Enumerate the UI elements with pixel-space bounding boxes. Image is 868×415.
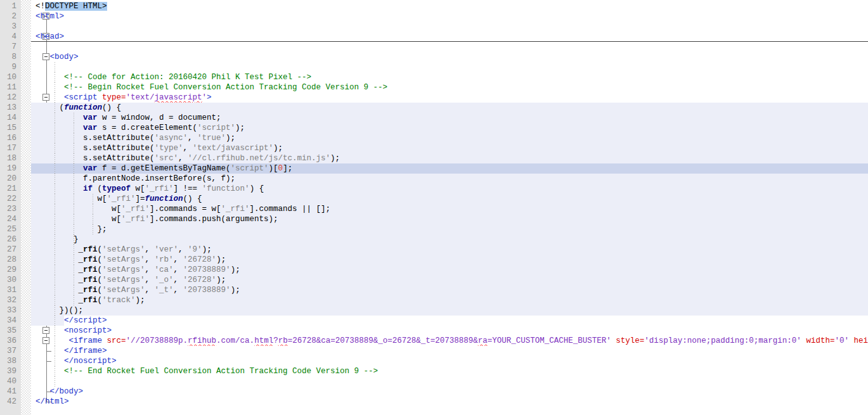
code-line-35[interactable]: 35 <noscript> (0, 326, 868, 336)
code-line-text[interactable]: s.setAttribute('type', 'text/javascript'… (31, 143, 868, 153)
code-line-23[interactable]: 23 w['_rfi'].commands = w['_rfi'].comman… (0, 204, 868, 214)
code-line-17[interactable]: 17 s.setAttribute('type', 'text/javascri… (0, 143, 868, 153)
token: height= (853, 336, 868, 345)
line-number: 37 (0, 346, 21, 356)
code-line-2[interactable]: 2<html> (0, 11, 868, 22)
code-line-31[interactable]: 31 _rfi('setArgs', '_t', '20738889'); (0, 285, 868, 295)
code-line-text[interactable]: <script type='text/javascript'> (31, 93, 868, 103)
code-line-text[interactable]: s.setAttribute('src', '//cl.rfihub.net/j… (31, 153, 868, 163)
code-line-32[interactable]: 32 _rfi('track'); (0, 295, 868, 305)
code-line-12[interactable]: 12 <script type='text/javascript'> (0, 93, 868, 103)
code-line-text[interactable]: <body> (31, 52, 868, 62)
code-line-15[interactable]: 15 var s = d.createElement('script'); (0, 123, 868, 133)
code-line-33[interactable]: 33 })(); (0, 305, 868, 316)
code-line-3[interactable]: 3 (0, 22, 868, 32)
code-line-39[interactable]: 39 <!-- End Rocket Fuel Conversion Actio… (0, 366, 868, 376)
code-line-text[interactable]: if (typeof w['_rfi'] !== 'function') { (31, 184, 868, 194)
code-line-30[interactable]: 30 _rfi('setArgs', '_o', '26728'); (0, 275, 868, 285)
token: 'true' (197, 134, 226, 143)
code-line-text[interactable]: } (31, 234, 868, 245)
token: function (64, 103, 102, 112)
code-line-14[interactable]: 14 var w = window, d = document; (0, 113, 868, 123)
code-line-text[interactable]: <!-- Begin Rocket Fuel Conversion Action… (31, 82, 868, 93)
token: w[ (36, 215, 121, 224)
code-line-16[interactable]: 16 s.setAttribute('async', 'true'); (0, 133, 868, 143)
code-line-26[interactable]: 26 } (0, 234, 868, 245)
code-line-27[interactable]: 27 _rfi('setArgs', 'ver', '9'); (0, 245, 868, 255)
code-line-text[interactable]: <!DOCTYPE HTML> (31, 1, 868, 11)
fold-margin-cell (21, 356, 31, 366)
code-line-34[interactable]: 34 </script> (0, 316, 868, 326)
code-line-text[interactable]: (function() { (31, 103, 868, 113)
code-line-24[interactable]: 24 w['_rfi'].commands.push(arguments); (0, 214, 868, 224)
code-line-text[interactable]: <!-- End Rocket Fuel Conversion Action T… (31, 366, 868, 376)
line-number: 16 (0, 133, 21, 143)
code-line-19[interactable]: 19 var f = d.getElementsByTagName('scrip… (0, 163, 868, 174)
code-line-text[interactable]: <head> (31, 32, 868, 42)
token: 0 (278, 164, 283, 173)
code-editor[interactable]: 1<!DOCTYPE HTML>2<html>34<head>78 <body>… (0, 0, 868, 415)
code-line-text[interactable]: </html> (31, 397, 868, 407)
code-line-37[interactable]: 37 </iframe> (0, 346, 868, 356)
code-line-text[interactable]: </script> (31, 316, 868, 326)
line-number: 29 (0, 265, 21, 275)
code-line-13[interactable]: 13 (function() { (0, 103, 868, 113)
code-line-text[interactable] (31, 62, 868, 72)
token: , (188, 134, 197, 143)
token: =26728&ca=20738889&_o=26728&_t=20738889& (288, 336, 478, 345)
line-number: 20 (0, 174, 21, 184)
code-line-4[interactable]: 4<head> (0, 32, 868, 42)
code-line-text[interactable] (31, 22, 868, 32)
code-line-text[interactable]: w['_rfi']=function() { (31, 194, 868, 204)
code-line-36[interactable]: 36 <iframe src='//20738889p.rfihub.com/c… (0, 336, 868, 346)
code-line-28[interactable]: 28 _rfi('setArgs', 'rb', '26728'); (0, 255, 868, 265)
code-line-9[interactable]: 9 (0, 62, 868, 72)
fold-margin-cell (21, 184, 31, 194)
code-line-29[interactable]: 29 _rfi('setArgs', 'ca', '20738889'); (0, 265, 868, 275)
code-line-text[interactable]: <noscript> (31, 326, 868, 336)
code-line-25[interactable]: 25 }; (0, 224, 868, 234)
code-line-41[interactable]: 41 </body> (0, 386, 868, 397)
code-line-10[interactable]: 10 <!-- Code for Action: 20160420 Phil K… (0, 72, 868, 82)
code-line-text[interactable]: _rfi('setArgs', 'ver', '9'); (31, 245, 868, 255)
code-line-20[interactable]: 20 f.parentNode.insertBefore(s, f); (0, 174, 868, 184)
code-line-text[interactable]: <html> (31, 11, 868, 22)
code-line-text[interactable]: }; (31, 224, 868, 234)
code-line-text[interactable]: w['_rfi'].commands.push(arguments); (31, 214, 868, 224)
code-line-text[interactable]: w['_rfi'].commands = w['_rfi'].commands … (31, 204, 868, 214)
code-line-text[interactable]: <iframe src='//20738889p.rfihub.com/ca.h… (31, 336, 868, 346)
code-line-text[interactable]: var f = d.getElementsByTagName('script')… (31, 163, 868, 174)
code-line-text[interactable]: </body> (31, 386, 868, 397)
line-number: 14 (0, 113, 21, 123)
code-line-text[interactable]: _rfi('setArgs', '_o', '26728'); (31, 275, 868, 285)
code-line-8[interactable]: 8 <body> (0, 52, 868, 62)
code-line-text[interactable]: </noscript> (31, 356, 868, 366)
code-line-11[interactable]: 11 <!-- Begin Rocket Fuel Conversion Act… (0, 82, 868, 93)
fold-margin-cell (21, 316, 31, 326)
code-line-text[interactable]: </iframe> (31, 346, 868, 356)
code-line-text[interactable]: _rfi('setArgs', '_t', '20738889'); (31, 285, 868, 295)
code-line-text[interactable]: _rfi('setArgs', 'rb', '26728'); (31, 255, 868, 265)
code-line-42[interactable]: 42</html> (0, 397, 868, 407)
code-line-18[interactable]: 18 s.setAttribute('src', '//cl.rfihub.ne… (0, 153, 868, 163)
code-line-text[interactable]: _rfi('setArgs', 'ca', '20738889'); (31, 265, 868, 275)
code-line-text[interactable]: var w = window, d = document; (31, 113, 868, 123)
code-line-text[interactable]: _rfi('track'); (31, 295, 868, 305)
token: <!-- Begin Rocket Fuel Conversion Action… (64, 83, 387, 92)
code-line-38[interactable]: 38 </noscript> (0, 356, 868, 366)
token (36, 367, 64, 376)
code-line-text[interactable] (31, 376, 868, 386)
code-line-7[interactable]: 7 (0, 42, 868, 52)
fold-margin-cell (21, 376, 31, 386)
code-line-text[interactable]: f.parentNode.insertBefore(s, f); (31, 174, 868, 184)
code-line-text[interactable]: <!-- Code for Action: 20160420 Phil K Te… (31, 72, 868, 82)
code-line-21[interactable]: 21 if (typeof w['_rfi'] !== 'function') … (0, 184, 868, 194)
code-line-1[interactable]: 1<!DOCTYPE HTML> (0, 1, 868, 11)
code-line-text[interactable]: var s = d.createElement('script'); (31, 123, 868, 133)
code-line-text[interactable] (31, 42, 868, 52)
code-line-text[interactable]: })(); (31, 305, 868, 316)
token: ( (98, 245, 103, 254)
code-line-40[interactable]: 40 (0, 376, 868, 386)
code-line-22[interactable]: 22 w['_rfi']=function() { (0, 194, 868, 204)
code-line-text[interactable]: s.setAttribute('async', 'true'); (31, 133, 868, 143)
